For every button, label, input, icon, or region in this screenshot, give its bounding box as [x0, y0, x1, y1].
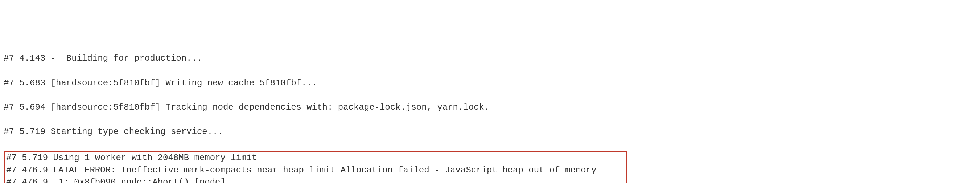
log-line: #7 4.143 - Building for production... [4, 52, 976, 65]
log-line: #7 5.719 Using 1 worker with 2048MB memo… [5, 152, 626, 164]
log-line: #7 5.694 [hardsource:5f810fbf] Tracking … [4, 101, 976, 114]
log-line: #7 5.719 Starting type checking service.… [4, 126, 976, 138]
error-highlight-box: #7 5.719 Using 1 worker with 2048MB memo… [4, 151, 627, 183]
log-line: #7 5.683 [hardsource:5f810fbf] Writing n… [4, 77, 976, 89]
log-line: #7 476.9 1: 0x8fb090 node::Abort() [node… [5, 176, 626, 183]
log-line-fatal-error: #7 476.9 FATAL ERROR: Ineffective mark-c… [5, 164, 626, 177]
